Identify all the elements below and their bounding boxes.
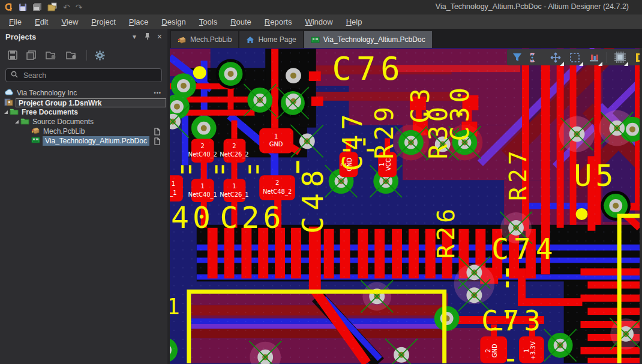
panel-pin-icon[interactable] bbox=[145, 32, 150, 41]
document-page-icon bbox=[154, 137, 160, 145]
tree-item-free-documents[interactable]: Free Documents bbox=[0, 107, 167, 117]
save-document-icon[interactable] bbox=[8, 50, 17, 60]
menu-help[interactable]: Help bbox=[340, 16, 369, 28]
menu-design[interactable]: Design bbox=[155, 16, 192, 28]
move-crosshair-icon[interactable] bbox=[549, 51, 562, 64]
pcblib-tab-icon bbox=[178, 36, 187, 44]
tree-item-source-documents[interactable]: Source Documents bbox=[0, 117, 167, 127]
title-bar: ↶ ↷ Via_Technology_Altium.PcbDoc - Altiu… bbox=[0, 0, 642, 14]
menu-tools[interactable]: Tools bbox=[193, 16, 224, 28]
menu-route[interactable]: Route bbox=[224, 16, 258, 28]
window-title: Via_Technology_Altium.PcbDoc - Altium De… bbox=[436, 2, 629, 11]
canvas-toolbar bbox=[507, 49, 640, 65]
menu-edit[interactable]: Edit bbox=[28, 16, 55, 28]
filter-icon[interactable] bbox=[511, 51, 524, 64]
folder-settings-icon[interactable] bbox=[66, 50, 77, 60]
search-icon bbox=[11, 71, 18, 80]
tab-mech-pcblib[interactable]: Mech.PcbLib bbox=[171, 31, 238, 48]
open-search-folder-icon[interactable] bbox=[46, 50, 57, 60]
settings-gear-icon[interactable] bbox=[95, 50, 105, 61]
menu-bar: File Edit View Project Place Design Tool… bbox=[0, 14, 642, 29]
workspace-more-button[interactable]: ••• bbox=[154, 90, 161, 96]
tree-item-pcbdoc[interactable]: Via_Technology_Altium.PcbDoc bbox=[0, 136, 167, 146]
pcblib-icon bbox=[31, 127, 40, 136]
clipped-tool-icon[interactable] bbox=[632, 51, 640, 64]
pcbdoc-tab-icon bbox=[311, 36, 320, 44]
tab-label: Via_Technology_Altium.PcbDoc bbox=[323, 35, 425, 44]
source-documents-label: Source Documents bbox=[32, 118, 94, 126]
menu-place[interactable]: Place bbox=[122, 16, 155, 28]
copy-documents-icon[interactable] bbox=[26, 50, 37, 60]
grid-dots bbox=[170, 49, 640, 363]
save-all-icon[interactable] bbox=[32, 2, 42, 11]
pcbdoc-icon bbox=[31, 136, 40, 146]
tree-item-project-group[interactable]: Project Group 1.DsnWrk bbox=[0, 98, 167, 107]
open-document-icon[interactable] bbox=[47, 2, 58, 11]
toolbar-separator bbox=[607, 52, 607, 63]
projects-panel-header: Projects ▼ × bbox=[0, 29, 167, 44]
projects-tree: Via Technology Inc ••• Project Group 1.D… bbox=[0, 88, 167, 146]
projects-panel-title: Projects bbox=[5, 32, 124, 41]
document-tab-bar: Mech.PcbLib Home Page Via_Technology_Alt… bbox=[170, 29, 642, 48]
undo-icon[interactable]: ↶ bbox=[63, 4, 70, 11]
tree-item-mech-pcblib[interactable]: Mech.PcbLib bbox=[0, 127, 167, 136]
snapping-magnet-icon[interactable] bbox=[530, 51, 543, 64]
expand-triangle-icon[interactable] bbox=[15, 120, 19, 124]
pad-via-stack-icon[interactable] bbox=[587, 51, 601, 64]
pcb-drawing[interactable]: 2 NetC40_2 2 NetC26_2 1 GND 1 NetC40_1 1… bbox=[170, 48, 640, 364]
altium-logo-icon bbox=[4, 2, 13, 12]
free-documents-label: Free Documents bbox=[22, 108, 78, 116]
toolbar-separator bbox=[86, 50, 87, 61]
tab-label: Home Page bbox=[258, 35, 296, 44]
area-select-icon[interactable] bbox=[568, 51, 581, 64]
home-tab-icon bbox=[246, 36, 254, 44]
folder-icon bbox=[10, 108, 19, 117]
projects-panel: Projects ▼ × bbox=[0, 29, 170, 364]
workspace-label: Via Technology Inc bbox=[17, 89, 77, 97]
search-box[interactable] bbox=[5, 68, 162, 82]
menu-project[interactable]: Project bbox=[85, 16, 122, 28]
tree-item-workspace[interactable]: Via Technology Inc ••• bbox=[0, 88, 167, 98]
tab-home-page[interactable]: Home Page bbox=[239, 31, 302, 48]
cloud-icon bbox=[4, 89, 14, 97]
tab-pcbdoc[interactable]: Via_Technology_Altium.PcbDoc bbox=[304, 31, 432, 48]
search-input[interactable] bbox=[22, 71, 157, 80]
tab-label: Mech.PcbLib bbox=[190, 35, 232, 44]
save-icon[interactable] bbox=[19, 3, 27, 11]
pcbdoc-label: Via_Technology_Altium.PcbDoc bbox=[43, 136, 149, 146]
menu-file[interactable]: File bbox=[2, 16, 28, 28]
project-group-label[interactable]: Project Group 1.DsnWrk bbox=[16, 98, 166, 107]
redo-icon[interactable]: ↷ bbox=[76, 4, 83, 11]
expand-triangle-icon[interactable] bbox=[4, 110, 8, 114]
pcb-canvas[interactable]: 2 NetC40_2 2 NetC26_2 1 GND 1 NetC40_1 1… bbox=[170, 48, 640, 364]
document-page-icon bbox=[154, 128, 160, 136]
projects-panel-toolbar bbox=[0, 44, 167, 66]
project-group-icon bbox=[4, 98, 13, 108]
menu-reports[interactable]: Reports bbox=[258, 16, 299, 28]
panel-close-icon[interactable]: × bbox=[157, 34, 162, 40]
component-icon[interactable] bbox=[613, 51, 626, 64]
menu-view[interactable]: View bbox=[55, 16, 85, 28]
folder-icon bbox=[20, 118, 29, 127]
menu-window[interactable]: Window bbox=[298, 16, 339, 28]
panel-dropdown-icon[interactable]: ▼ bbox=[131, 34, 137, 40]
mech-pcblib-label: Mech.PcbLib bbox=[43, 127, 85, 136]
